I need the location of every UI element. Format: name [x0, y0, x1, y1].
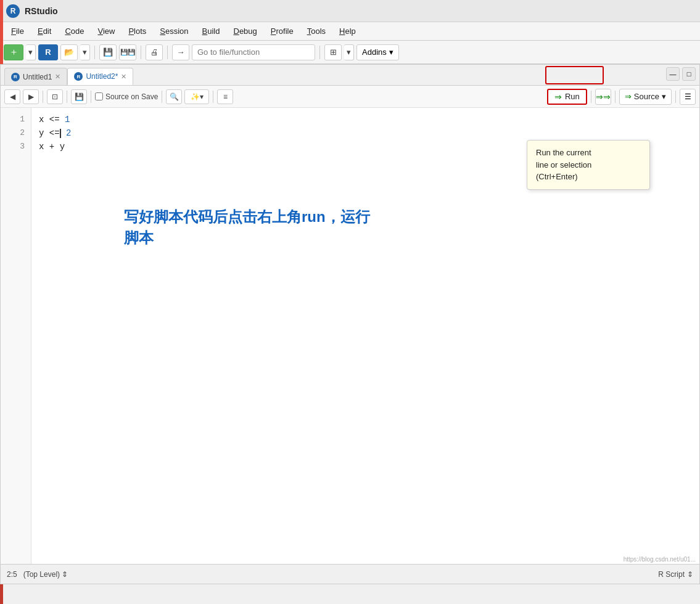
- tooltip-line2: line or selection: [536, 159, 641, 171]
- et-sep-5: [213, 91, 213, 103]
- et-sep-4: [162, 91, 162, 103]
- line-numbers: 1 2 3: [1, 108, 31, 584]
- wand-icon: ✨▾: [191, 92, 204, 101]
- main-toolbar: ＋ ▾ R 📂 ▾ 💾 💾💾 🖨 → ⊞ ▾ Addins ▾: [0, 41, 700, 64]
- menu-view[interactable]: View: [91, 24, 121, 38]
- menu-edit[interactable]: Edit: [31, 24, 57, 38]
- menu-tools[interactable]: Tools: [301, 24, 332, 38]
- script-type: R Script: [658, 570, 685, 579]
- separator-3: [167, 46, 168, 59]
- addins-button[interactable]: Addins ▾: [356, 44, 399, 60]
- line-num-1: 1: [1, 113, 31, 126]
- save-button[interactable]: 💾: [99, 44, 117, 60]
- et-sep-2: [67, 91, 67, 103]
- source-label: Source: [634, 92, 659, 101]
- menu-plots[interactable]: Plots: [122, 24, 152, 38]
- search-icon: 🔍: [170, 92, 179, 101]
- code-var-y2: y: [60, 142, 65, 152]
- menu-file[interactable]: File: [5, 24, 30, 38]
- save-icon: 💾: [103, 47, 113, 57]
- tooltip-line3: (Ctrl+Enter): [536, 171, 641, 183]
- editor-tabs: R Untitled1 ✕ R Untitled2* ✕ — □: [1, 65, 699, 86]
- tab-close-1[interactable]: ✕: [55, 73, 60, 81]
- tooltip-line1: Run the current: [536, 147, 641, 159]
- menu-debug[interactable]: Debug: [228, 24, 263, 38]
- code-num-1: 1: [65, 115, 70, 124]
- run-btn-wrapper: ⇒ Run: [547, 89, 587, 105]
- goto-file-input[interactable]: [192, 44, 315, 60]
- et-sep-1: [43, 91, 43, 103]
- new-file-dropdown[interactable]: ▾: [26, 44, 36, 60]
- open-file-button[interactable]: 📂: [60, 44, 78, 60]
- r-button[interactable]: R: [38, 44, 58, 60]
- source-button[interactable]: ⇒ Source ▾: [619, 89, 672, 105]
- tab-untitled1[interactable]: R Untitled1 ✕: [4, 68, 67, 85]
- separator-4: [319, 46, 320, 59]
- nav-forward-button[interactable]: ▶: [23, 89, 39, 104]
- compile-button[interactable]: ≡: [217, 89, 233, 104]
- rerun-icon: ⇒⇒: [596, 92, 611, 102]
- layout-dropdown[interactable]: ▾: [344, 44, 354, 60]
- editor-options-button[interactable]: ☰: [680, 89, 696, 105]
- tab-r-logo-2: R: [74, 72, 83, 81]
- scope-label: (Top Level): [23, 570, 60, 579]
- title-bar: R RStudio: [0, 0, 700, 22]
- app-title: RStudio: [25, 6, 58, 16]
- editor-panel: R Untitled1 ✕ R Untitled2* ✕ — □ ◀ ▶ ⊡: [0, 64, 700, 584]
- open-file-dropdown[interactable]: ▾: [80, 44, 90, 60]
- format-button[interactable]: ✨▾: [184, 89, 209, 104]
- menu-session[interactable]: Session: [154, 24, 194, 38]
- lines-icon: ☰: [685, 92, 691, 101]
- nav-back-button[interactable]: ◀: [4, 89, 20, 104]
- scope-level: (Top Level) ⇕: [23, 570, 68, 579]
- script-type-dropdown[interactable]: ⇕: [687, 570, 693, 579]
- tab-untitled2[interactable]: R Untitled2* ✕: [67, 68, 133, 85]
- save-all-button[interactable]: 💾💾: [119, 44, 136, 60]
- source-arrow-icon: ⇒: [625, 92, 632, 101]
- rerun-button[interactable]: ⇒⇒: [595, 89, 611, 105]
- source-on-save-container: Source on Save: [95, 92, 158, 101]
- status-right: R Script ⇕: [658, 570, 693, 579]
- et-sep-8: [675, 91, 676, 103]
- et-sep-3: [91, 91, 91, 103]
- plus-icon: ＋: [9, 46, 19, 58]
- show-in-window-button[interactable]: ⊡: [47, 89, 63, 104]
- minimize-editor-button[interactable]: —: [666, 67, 680, 81]
- source-on-save-label: Source on Save: [105, 92, 158, 101]
- find-button[interactable]: 🔍: [166, 89, 182, 104]
- print-button[interactable]: 🖨: [146, 44, 163, 60]
- source-dropdown-icon: ▾: [662, 92, 666, 101]
- run-button[interactable]: ⇒ Run: [547, 89, 587, 105]
- menu-help[interactable]: Help: [333, 24, 362, 38]
- run-tooltip: Run the current line or selection (Ctrl+…: [527, 140, 650, 190]
- line-num-3: 3: [1, 140, 31, 153]
- grid-icon: ⊞: [330, 47, 337, 57]
- menu-build[interactable]: Build: [196, 24, 226, 38]
- separator-2: [141, 46, 141, 59]
- menu-code[interactable]: Code: [59, 24, 90, 38]
- navigate-back-button[interactable]: →: [172, 44, 189, 60]
- arrow-forward-icon: →: [177, 47, 185, 57]
- editor-toolbar: ◀ ▶ ⊡ 💾 Source on Save 🔍 ✨▾: [1, 86, 699, 108]
- code-num-2: 2: [66, 128, 71, 138]
- forward-arrow-icon: ▶: [28, 92, 34, 101]
- addins-dropdown-icon: ▾: [389, 47, 393, 57]
- maximize-editor-button[interactable]: □: [682, 67, 696, 81]
- code-var-y: y: [39, 128, 44, 138]
- tab-controls: — □: [666, 67, 696, 81]
- source-on-save-checkbox[interactable]: [95, 92, 103, 100]
- scope-dropdown-icon[interactable]: ⇕: [62, 570, 68, 579]
- cursor: [60, 129, 61, 138]
- code-line-2: y <= 2: [39, 126, 692, 140]
- tab-r-logo-1: R: [11, 73, 20, 81]
- code-editor[interactable]: 1 2 3 x <= 1 y <= 2 x + y: [1, 108, 699, 584]
- layout-button[interactable]: ⊞: [324, 44, 342, 60]
- tab-label-1: Untitled1: [23, 73, 52, 81]
- menu-profile[interactable]: Profile: [265, 24, 300, 38]
- code-var-x2: x: [39, 142, 44, 152]
- new-file-button[interactable]: ＋: [4, 44, 23, 60]
- menu-bar: File Edit Code View Plots Session Build …: [0, 22, 700, 41]
- tab-close-2[interactable]: ✕: [121, 73, 126, 81]
- folder-icon: 📂: [64, 47, 74, 57]
- editor-save-button[interactable]: 💾: [71, 89, 87, 104]
